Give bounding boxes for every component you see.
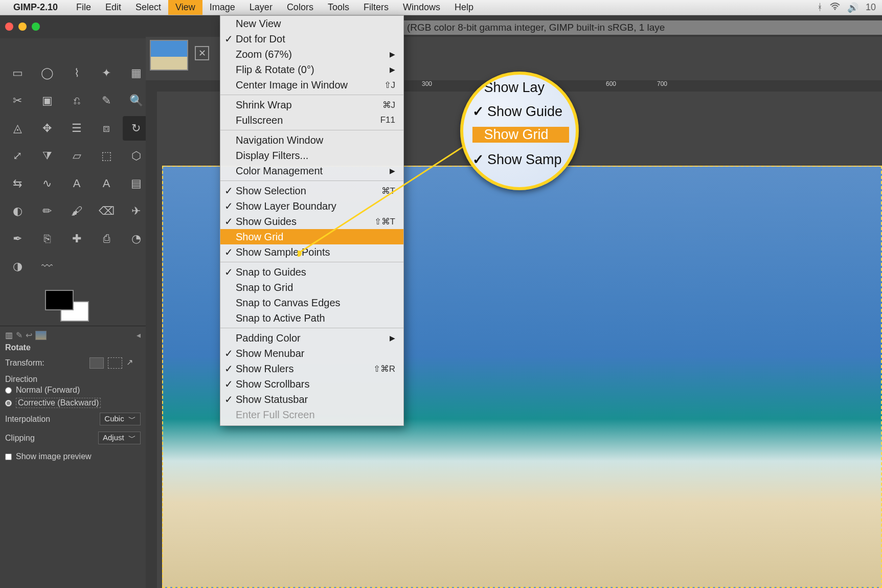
- minimize-window-button[interactable]: [18, 22, 27, 31]
- menuitem-label: Show Grid: [236, 231, 283, 243]
- menuitem-show-rulers[interactable]: ✓Show Rulers⇧⌘R: [220, 361, 403, 376]
- menuitem-show-statusbar[interactable]: ✓Show Statusbar: [220, 392, 403, 407]
- menu-image[interactable]: Image: [202, 0, 242, 15]
- transform-target-path-icon[interactable]: ↗: [126, 357, 141, 369]
- volume-icon[interactable]: 🔊: [847, 2, 858, 13]
- menuitem-show-guides[interactable]: ✓Show Guides⇧⌘T: [220, 214, 403, 229]
- menuitem-show-selection[interactable]: ✓Show Selection⌘T: [220, 183, 403, 198]
- tool-paintbrush[interactable]: 🖌: [63, 199, 90, 223]
- tool-align[interactable]: ☰: [63, 116, 90, 141]
- tool-foreground-select[interactable]: ▣: [34, 88, 60, 113]
- menu-view[interactable]: View: [168, 0, 202, 15]
- tool-free-select[interactable]: ⌇: [63, 61, 90, 85]
- menuitem-fullscreen[interactable]: FullscreenF11: [220, 112, 403, 128]
- tool-warp[interactable]: ∿: [34, 171, 60, 196]
- tool-perspective[interactable]: ▱: [63, 144, 90, 168]
- menuitem-snap-to-active-path[interactable]: Snap to Active Path: [220, 310, 403, 326]
- menu-filters[interactable]: Filters: [356, 0, 396, 15]
- menuitem-dot-for-dot[interactable]: ✓Dot for Dot: [220, 31, 403, 47]
- tool-options-image-icon[interactable]: [35, 331, 47, 340]
- menuitem-shrink-wrap[interactable]: Shrink Wrap⌘J: [220, 97, 403, 112]
- menuitem-flip-rotate-0[interactable]: Flip & Rotate (0°)▶: [220, 62, 403, 77]
- menuitem-show-grid[interactable]: Show Grid: [220, 229, 403, 244]
- menuitem-display-filters[interactable]: Display Filters...: [220, 148, 403, 163]
- tool-ink[interactable]: ✒: [4, 227, 31, 251]
- menuitem-padding-color[interactable]: Padding Color▶: [220, 330, 403, 346]
- tool-dodge-burn[interactable]: ◑: [4, 254, 31, 279]
- tool-color-picker[interactable]: ✎: [93, 88, 120, 113]
- foreground-color-swatch[interactable]: [45, 290, 74, 310]
- transform-target-selection-icon[interactable]: [108, 357, 122, 369]
- menuitem-show-scrollbars[interactable]: ✓Show Scrollbars: [220, 376, 403, 392]
- menu-layer[interactable]: Layer: [242, 0, 280, 15]
- vertical-ruler[interactable]: [146, 92, 157, 588]
- menuitem-zoom-67[interactable]: Zoom (67%)▶: [220, 47, 403, 62]
- menu-colors[interactable]: Colors: [280, 0, 321, 15]
- magnifier-line: ✓Show Samp: [472, 151, 562, 168]
- menuitem-center-image-in-window[interactable]: Center Image in Window⇧J: [220, 77, 403, 93]
- panel-menu-icon[interactable]: ◂: [137, 330, 141, 340]
- bluetooth-icon[interactable]: ᚼ: [817, 2, 823, 13]
- tool-options-tab-icon[interactable]: ▥: [5, 330, 13, 340]
- tool-unified-transform[interactable]: ⬚: [93, 144, 120, 168]
- menu-edit[interactable]: Edit: [98, 0, 128, 15]
- zoom-window-button[interactable]: [32, 22, 40, 31]
- tool-heal[interactable]: ✚: [63, 227, 90, 251]
- transform-label: Transform:: [5, 358, 44, 368]
- tool-eraser[interactable]: ⌫: [93, 199, 120, 223]
- tool-pencil[interactable]: ✏: [34, 199, 60, 223]
- tool-text-along-path[interactable]: A: [93, 171, 120, 196]
- menu-select[interactable]: Select: [128, 0, 168, 15]
- tool-move[interactable]: ✥: [34, 116, 60, 141]
- view-dropdown-menu: New View✓Dot for DotZoom (67%)▶Flip & Ro…: [220, 15, 404, 426]
- tool-ellipse-select[interactable]: ◯: [34, 61, 60, 85]
- close-window-button[interactable]: [5, 22, 13, 31]
- direction-normal-radio[interactable]: Normal (Forward): [5, 384, 141, 396]
- menu-windows[interactable]: Windows: [396, 0, 447, 15]
- tool-options-brush-icon[interactable]: ✎: [16, 330, 22, 340]
- tool-measure[interactable]: ◬: [4, 116, 31, 141]
- check-icon: ✓: [224, 347, 233, 359]
- direction-label: Direction: [5, 375, 141, 384]
- tool-gradient[interactable]: ◐: [4, 199, 31, 223]
- tool-perspective-clone[interactable]: ⎙: [93, 227, 120, 251]
- menuitem-snap-to-canvas-edges[interactable]: Snap to Canvas Edges: [220, 295, 403, 310]
- color-swatches[interactable]: [45, 290, 91, 326]
- menuitem-color-management[interactable]: Color Management▶: [220, 163, 403, 178]
- wifi-icon[interactable]: [830, 2, 840, 13]
- tool-flip[interactable]: ⇆: [4, 171, 31, 196]
- check-icon: ✓: [224, 363, 233, 375]
- tool-scale[interactable]: ⤢: [4, 144, 31, 168]
- tool-scissors[interactable]: ✂: [4, 88, 31, 113]
- menuitem-show-sample-points[interactable]: ✓Show Sample Points: [220, 244, 403, 260]
- menu-tools[interactable]: Tools: [321, 0, 356, 15]
- menu-file[interactable]: File: [69, 0, 98, 15]
- tool-crop[interactable]: ⧈: [93, 116, 120, 141]
- menuitem-navigation-window[interactable]: Navigation Window: [220, 132, 403, 148]
- submenu-arrow-icon: ▶: [390, 50, 395, 58]
- menu-help[interactable]: Help: [447, 0, 481, 15]
- tool-options-history-icon[interactable]: ↩: [26, 330, 32, 340]
- paths-icon: ⎌: [74, 94, 80, 107]
- tool-smudge[interactable]: 〰: [34, 254, 60, 279]
- tool-paths[interactable]: ⎌: [63, 88, 90, 113]
- app-name[interactable]: GIMP-2.10: [13, 2, 58, 13]
- direction-corrective-radio[interactable]: Corrective (Backward): [5, 396, 141, 410]
- interpolation-select[interactable]: Cubic ﹀: [100, 413, 141, 425]
- tool-clone[interactable]: ⎘: [34, 227, 60, 251]
- menuitem-snap-to-grid[interactable]: Snap to Grid: [220, 280, 403, 295]
- image-tab-thumbnail[interactable]: [150, 40, 188, 71]
- menuitem-show-menubar[interactable]: ✓Show Menubar: [220, 346, 403, 361]
- transform-target-layer-icon[interactable]: [89, 357, 104, 369]
- clipping-select[interactable]: Adjust ﹀: [98, 432, 141, 444]
- tool-shear[interactable]: ⧩: [34, 144, 60, 168]
- image-tab-close-icon[interactable]: ✕: [195, 46, 209, 60]
- tool-fuzzy-select[interactable]: ✦: [93, 61, 120, 85]
- tool-rectangle-select[interactable]: ▭: [4, 61, 31, 85]
- menuitem-show-layer-boundary[interactable]: ✓Show Layer Boundary: [220, 198, 403, 214]
- text-icon: A: [73, 177, 81, 190]
- show-image-preview-checkbox[interactable]: Show image preview: [5, 450, 141, 463]
- menuitem-new-view[interactable]: New View: [220, 16, 403, 31]
- tool-text[interactable]: A: [63, 171, 90, 196]
- menuitem-snap-to-guides[interactable]: ✓Snap to Guides: [220, 264, 403, 280]
